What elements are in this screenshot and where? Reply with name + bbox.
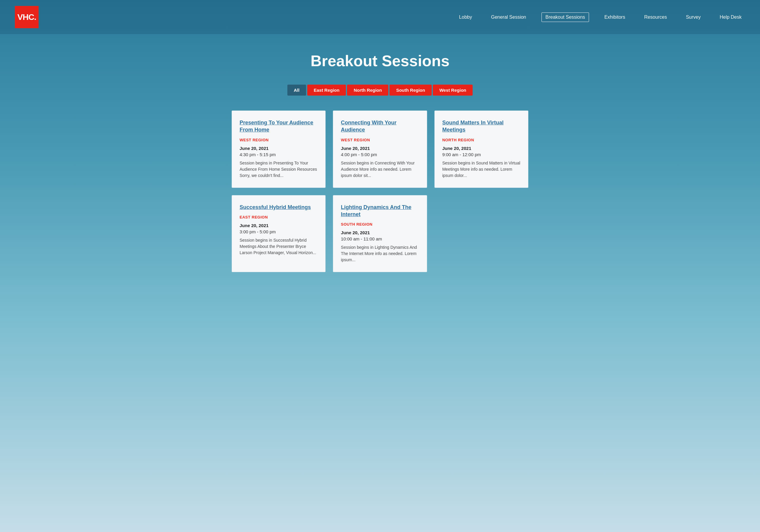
session-card-4[interactable]: Lighting Dynamics And The Internet SOUTH…: [333, 195, 427, 272]
session-card-2[interactable]: Sound Matters In Virtual Meetings NORTH …: [434, 111, 528, 188]
session-title-4: Lighting Dynamics And The Internet: [341, 204, 419, 218]
session-card-0[interactable]: Presenting To Your Audience From Home WE…: [232, 111, 326, 188]
filter-south-button[interactable]: South Region: [390, 85, 432, 96]
session-date-1: June 20, 2021: [341, 146, 419, 151]
session-desc-4: Session begins in Lighting Dynamics And …: [341, 244, 419, 263]
logo-text: VHC.: [18, 13, 36, 22]
nav-exhibitors[interactable]: Exhibitors: [601, 13, 629, 22]
session-time-3: 3:00 pm - 5:00 pm: [240, 229, 318, 234]
sessions-top-row: Presenting To Your Audience From Home WE…: [232, 111, 528, 188]
session-region-3: EAST REGION: [240, 215, 318, 219]
filter-west-button[interactable]: West Region: [433, 85, 473, 96]
filter-east-button[interactable]: East Region: [307, 85, 346, 96]
session-card-3[interactable]: Successful Hybrid Meetings EAST REGION J…: [232, 195, 326, 272]
logo-container: VHC.: [15, 6, 39, 28]
session-desc-0: Session begins in Presenting To Your Aud…: [240, 160, 318, 179]
nav-resources[interactable]: Resources: [641, 13, 670, 22]
nav-general-session[interactable]: General Session: [488, 13, 530, 22]
site-header: VHC. Lobby General Session Breakout Sess…: [0, 0, 760, 34]
session-card-1[interactable]: Connecting With Your Audience WEST REGIO…: [333, 111, 427, 188]
logo-box: VHC.: [15, 6, 39, 28]
session-time-4: 10:00 am - 11:00 am: [341, 236, 419, 241]
empty-cell: [434, 195, 528, 272]
session-desc-2: Session begins in Sound Matters in Virtu…: [442, 160, 520, 179]
session-time-2: 9:00 am - 12:00 pm: [442, 152, 520, 157]
nav-survey[interactable]: Survey: [682, 13, 704, 22]
session-date-3: June 20, 2021: [240, 223, 318, 228]
session-region-4: SOUTH REGION: [341, 222, 419, 226]
filter-all-button[interactable]: All: [287, 85, 306, 96]
session-date-4: June 20, 2021: [341, 230, 419, 235]
session-desc-1: Session begins in Connecting With Your A…: [341, 160, 419, 179]
filter-north-button[interactable]: North Region: [347, 85, 388, 96]
nav-help-desk[interactable]: Help Desk: [716, 13, 745, 22]
sessions-bottom-row: Successful Hybrid Meetings EAST REGION J…: [232, 195, 528, 272]
session-title-3: Successful Hybrid Meetings: [240, 204, 318, 211]
session-region-0: WEST REGION: [240, 138, 318, 142]
session-desc-3: Session begins in Successful Hybrid Meet…: [240, 237, 318, 256]
nav-lobby[interactable]: Lobby: [455, 13, 476, 22]
session-title-2: Sound Matters In Virtual Meetings: [442, 119, 520, 134]
session-region-2: NORTH REGION: [442, 138, 520, 142]
main-content: Breakout Sessions All East Region North …: [202, 34, 558, 296]
session-time-1: 4:00 pm - 5:00 pm: [341, 152, 419, 157]
page-title: Breakout Sessions: [232, 52, 528, 70]
session-date-0: June 20, 2021: [240, 146, 318, 151]
filter-row: All East Region North Region South Regio…: [232, 85, 528, 96]
main-nav: Lobby General Session Breakout Sessions …: [455, 13, 745, 22]
nav-breakout-sessions[interactable]: Breakout Sessions: [542, 13, 589, 22]
session-date-2: June 20, 2021: [442, 146, 520, 151]
session-title-0: Presenting To Your Audience From Home: [240, 119, 318, 134]
session-title-1: Connecting With Your Audience: [341, 119, 419, 134]
session-time-0: 4:30 pm - 5:15 pm: [240, 152, 318, 157]
session-region-1: WEST REGION: [341, 138, 419, 142]
